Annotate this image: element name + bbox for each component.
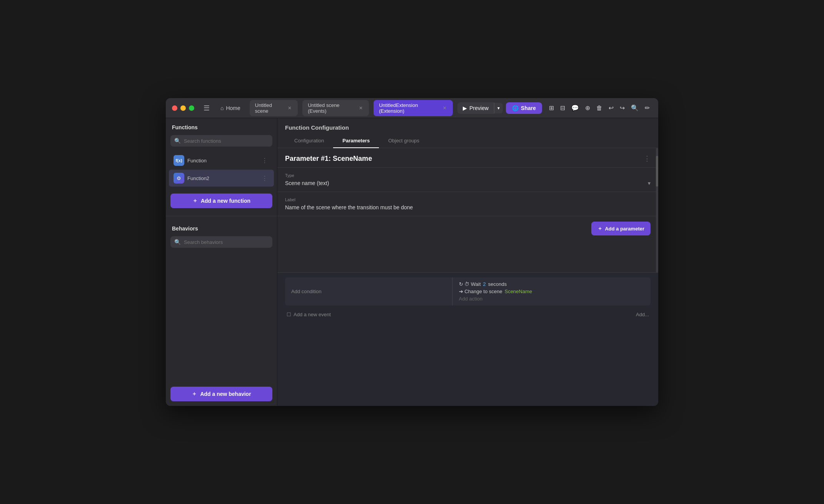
tab-untitled-scene-close[interactable]: ✕: [287, 105, 293, 111]
type-value-row[interactable]: Scene name (text) ▾: [285, 180, 651, 186]
content-tabs-row: Configuration Parameters Object groups: [277, 134, 658, 148]
condition-cell[interactable]: Add condition: [285, 277, 453, 305]
type-field: Type Scene name (text) ▾: [277, 168, 658, 192]
add-parameter-button[interactable]: ＋ Add a parameter: [591, 222, 651, 235]
action-wait: ↻ ⏱ Wait 2 seconds: [459, 281, 644, 287]
maximize-traffic-light[interactable]: [189, 105, 194, 111]
chat-icon[interactable]: 💬: [569, 102, 581, 114]
add-dots-button[interactable]: Add...: [636, 312, 649, 317]
titlebar-center: ▶ Preview ▾ 🌐 Share: [457, 102, 542, 114]
add-function-button[interactable]: ＋ Add a new function: [170, 194, 272, 208]
params-panel: Parameter #1: SceneName ⋮ Type Scene nam…: [277, 148, 658, 406]
tab-extension-close[interactable]: ✕: [442, 105, 448, 111]
function1-label: Function: [187, 158, 257, 164]
add-parameter-row: ＋ Add a parameter: [277, 216, 658, 241]
add-behavior-label: Add a new behavior: [200, 391, 251, 397]
function2-icon: ⚙: [173, 173, 184, 184]
content-header: Function Configuration: [277, 118, 658, 131]
add-behavior-icon: ＋: [192, 391, 197, 397]
type-value: Scene name (text): [285, 180, 329, 186]
add-param-icon: ＋: [597, 225, 602, 232]
add-function-label: Add a new function: [201, 198, 250, 204]
events-area: Add condition ↻ ⏱ Wait 2 seconds ➔ Chang…: [277, 272, 658, 406]
delete-icon[interactable]: 🗑: [594, 102, 605, 114]
scrollbar-thumb: [656, 156, 658, 187]
search-functions-icon: 🔍: [174, 138, 181, 144]
add-event-button[interactable]: ☐ Add a new event: [287, 312, 331, 317]
sidebar-divider: [166, 216, 277, 216]
type-label: Type: [285, 173, 651, 178]
parameter-title: Parameter #1: SceneName: [285, 155, 644, 163]
play-icon: ▶: [463, 105, 467, 111]
hamburger-icon[interactable]: ☰: [202, 102, 211, 114]
function-item-1[interactable]: f(x) Function ⋮: [169, 152, 274, 169]
tab-configuration[interactable]: Configuration: [285, 134, 333, 148]
tab-events-close[interactable]: ✕: [358, 105, 364, 111]
pencil-icon[interactable]: ✏: [642, 102, 652, 114]
tab-events[interactable]: Untitled scene (Events) ✕: [302, 100, 369, 116]
search-behaviors-icon: 🔍: [174, 239, 181, 245]
search-behaviors-box[interactable]: 🔍: [170, 236, 272, 248]
label-field: Label Name of the scene where the transi…: [277, 192, 658, 216]
globe-icon: 🌐: [512, 105, 519, 111]
undo-icon[interactable]: ↩: [606, 102, 616, 114]
label-value: Name of the scene where the transition m…: [285, 204, 651, 210]
add-event-checkbox: ☐: [287, 312, 291, 317]
share-button[interactable]: 🌐 Share: [506, 102, 542, 114]
preview-label: Preview: [469, 105, 489, 111]
layout2-icon[interactable]: ⊟: [558, 102, 567, 114]
type-dropdown-arrow[interactable]: ▾: [648, 180, 651, 186]
action-wait-number: 2: [483, 281, 486, 287]
preview-dropdown-button[interactable]: ▾: [494, 103, 503, 113]
parameter-header: Parameter #1: SceneName ⋮: [277, 148, 658, 168]
content-panel: Function Configuration Configuration Par…: [277, 118, 658, 406]
main-area: Functions 🔍 f(x) Function ⋮ ⚙ Functi: [166, 118, 658, 406]
parameter-menu-button[interactable]: ⋮: [644, 154, 651, 163]
action-change-prefix: ➔ Change to scene: [459, 289, 502, 294]
sidebar: Functions 🔍 f(x) Function ⋮ ⚙ Functi: [166, 118, 277, 406]
search-behaviors-input[interactable]: [184, 239, 269, 245]
titlebar: ☰ ⌂ Home Untitled scene ✕ Untitled scene…: [166, 98, 658, 118]
tab-parameters[interactable]: Parameters: [333, 134, 379, 148]
tab-events-label: Untitled scene (Events): [308, 102, 355, 114]
add-param-label: Add a parameter: [605, 226, 644, 232]
add-event-label: Add a new event: [294, 312, 331, 317]
functions-section-title: Functions: [166, 118, 277, 134]
home-tab[interactable]: ⌂ Home: [216, 103, 245, 113]
action-wait-prefix: ↻ ⏱ Wait: [459, 281, 481, 287]
function1-icon: f(x): [173, 155, 184, 166]
parameter-prefix: Parameter #1:: [285, 155, 333, 162]
tab-extension-label: UntitledExtension (Extension): [379, 102, 439, 114]
add-behavior-button[interactable]: ＋ Add a new behavior: [170, 387, 272, 401]
search-functions-input[interactable]: [184, 138, 269, 144]
function2-menu-button[interactable]: ⋮: [260, 175, 269, 182]
add-circle-icon[interactable]: ⊕: [583, 102, 592, 114]
add-event-row: ☐ Add a new event Add...: [285, 309, 651, 320]
home-icon: ⌂: [220, 105, 224, 111]
tab-untitled-scene[interactable]: Untitled scene ✕: [250, 100, 298, 116]
tab-extension[interactable]: UntitledExtension (Extension) ✕: [374, 100, 453, 116]
function-list: f(x) Function ⋮ ⚙ Function2 ⋮: [166, 150, 277, 189]
titlebar-actions: ⊞ ⊟ 💬 ⊕ 🗑 ↩ ↪ 🔍 ✏: [547, 102, 652, 114]
layout-icon[interactable]: ⊞: [547, 102, 556, 114]
vertical-scrollbar[interactable]: [656, 148, 658, 272]
action-wait-suffix: seconds: [488, 281, 507, 287]
home-tab-label: Home: [226, 105, 240, 111]
add-function-icon: ＋: [192, 197, 198, 204]
function2-label: Function2: [187, 175, 257, 181]
event-row-1: Add condition ↻ ⏱ Wait 2 seconds ➔ Chang…: [285, 277, 651, 305]
preview-button[interactable]: ▶ Preview: [457, 102, 494, 114]
parameter-name: SceneName: [333, 155, 372, 162]
search-icon[interactable]: 🔍: [629, 102, 641, 114]
search-functions-box[interactable]: 🔍: [170, 135, 272, 147]
minimize-traffic-light[interactable]: [180, 105, 186, 111]
actions-cell: ↻ ⏱ Wait 2 seconds ➔ Change to scene Sce…: [453, 277, 651, 305]
tab-object-groups[interactable]: Object groups: [379, 134, 429, 148]
app-window: ☰ ⌂ Home Untitled scene ✕ Untitled scene…: [166, 98, 658, 406]
condition-placeholder: Add condition: [291, 289, 322, 294]
close-traffic-light[interactable]: [172, 105, 177, 111]
function-item-2[interactable]: ⚙ Function2 ⋮: [169, 170, 274, 187]
add-action-button[interactable]: Add action: [459, 296, 644, 302]
redo-icon[interactable]: ↪: [617, 102, 627, 114]
function1-menu-button[interactable]: ⋮: [260, 157, 269, 164]
